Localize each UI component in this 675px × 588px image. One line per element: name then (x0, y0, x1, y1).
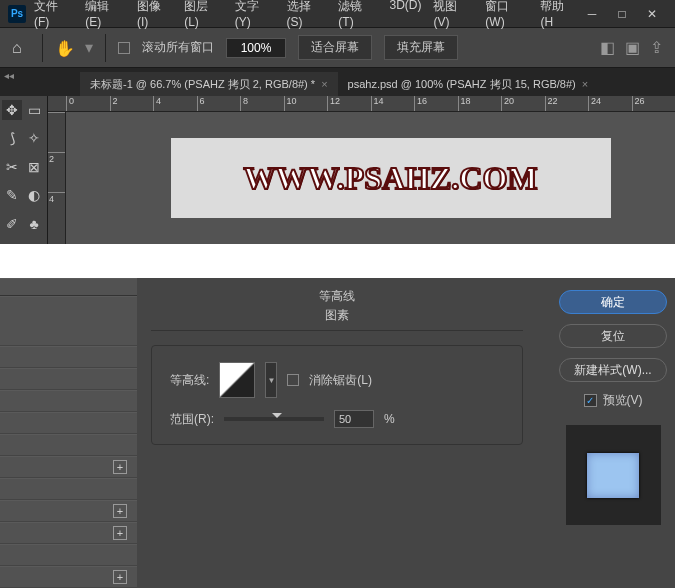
contour-dropdown-icon[interactable]: ▼ (265, 362, 277, 398)
lasso-tool-icon[interactable]: ⟆ (2, 128, 22, 148)
artboard: WWW.PSAHZ.COM (171, 138, 611, 218)
frame-tool-icon[interactable]: ⊠ (24, 157, 44, 177)
scroll-all-label: 滚动所有窗口 (142, 39, 214, 56)
add-icon[interactable]: + (113, 570, 127, 584)
preview-label: 预览(V) (603, 392, 643, 409)
list-item[interactable]: + (0, 500, 137, 522)
range-slider[interactable] (224, 417, 324, 421)
share-icon[interactable]: ⇪ (650, 38, 663, 57)
stamp-tool-icon[interactable]: ♣ (24, 214, 44, 234)
workspace: ✥ ▭ ⟆ ✧ ✂ ⊠ ✎ ◐ ✐ ♣ 0 2 4 6 8 10 12 14 1… (0, 96, 675, 244)
maximize-button[interactable]: □ (607, 4, 637, 24)
menu-type[interactable]: 文字(Y) (235, 0, 275, 29)
preview-swatch (587, 453, 639, 498)
list-item[interactable] (0, 296, 137, 346)
move-tool-icon[interactable]: ✥ (2, 100, 22, 120)
slider-thumb-icon[interactable] (272, 413, 282, 423)
tab-close-icon[interactable]: × (582, 78, 588, 90)
add-icon[interactable]: + (113, 504, 127, 518)
marquee-tool-icon[interactable]: ▭ (24, 100, 44, 120)
fit-screen-button[interactable]: 适合屏幕 (298, 35, 372, 60)
list-item[interactable] (0, 346, 137, 368)
menu-edit[interactable]: 编辑(E) (85, 0, 125, 29)
tab-close-icon[interactable]: × (321, 78, 327, 90)
menu-select[interactable]: 选择(S) (287, 0, 327, 29)
ruler-horizontal: 0 2 4 6 8 10 12 14 16 18 20 22 24 26 (48, 96, 675, 112)
list-item[interactable] (0, 412, 137, 434)
document-tabs: 未标题-1 @ 66.7% (PSAHZ 拷贝 2, RGB/8#) * × p… (0, 68, 675, 96)
style-preview (566, 425, 661, 525)
minimize-button[interactable]: ─ (577, 4, 607, 24)
menu-window[interactable]: 窗口(W) (485, 0, 528, 29)
ruler-vertical: 2 4 (48, 112, 66, 244)
close-button[interactable]: ✕ (637, 4, 667, 24)
fill-screen-button[interactable]: 填充屏幕 (384, 35, 458, 60)
healing-tool-icon[interactable]: ◐ (24, 185, 44, 205)
contour-label: 等高线: (170, 372, 209, 389)
menu-file[interactable]: 文件(F) (34, 0, 73, 29)
ok-button[interactable]: 确定 (559, 290, 667, 314)
zoom-input[interactable]: 100% (226, 38, 286, 58)
screen-mode-icon[interactable]: ▣ (625, 38, 640, 57)
add-icon[interactable]: + (113, 460, 127, 474)
dialog-buttons: 确定 复位 新建样式(W)... ✓ 预览(V) (557, 278, 675, 525)
options-bar: ⌂ ✋ ▾ 滚动所有窗口 100% 适合屏幕 填充屏幕 ◧ ▣ ⇪ (0, 28, 675, 68)
title-bar: Ps 文件(F) 编辑(E) 图像(I) 图层(L) 文字(Y) 选择(S) 滤… (0, 0, 675, 28)
settings-panel: 等高线 图素 等高线: ▼ 消除锯齿(L) 范围(R): % (137, 278, 537, 455)
ruler-area: 0 2 4 6 8 10 12 14 16 18 20 22 24 26 2 4 (48, 96, 675, 244)
anti-alias-checkbox[interactable] (287, 374, 299, 386)
menu-help[interactable]: 帮助(H (540, 0, 577, 29)
layer-style-dialog: + + + + 等高线 图素 等高线: ▼ 消除锯齿(L) 范围(R): % (0, 278, 675, 588)
wand-tool-icon[interactable]: ✧ (24, 128, 44, 148)
crop-tool-icon[interactable]: ✂ (2, 157, 22, 177)
list-item[interactable] (0, 368, 137, 390)
preview-checkbox[interactable]: ✓ (584, 394, 597, 407)
ps-logo: Ps (8, 5, 26, 23)
view-mode-icon[interactable]: ◧ (600, 38, 615, 57)
menu-filter[interactable]: 滤镜(T) (338, 0, 377, 29)
section-title: 等高线 (151, 288, 523, 305)
reset-button[interactable]: 复位 (559, 324, 667, 348)
list-item[interactable]: + (0, 566, 137, 588)
collapse-panel-icon[interactable]: ◂◂ (4, 70, 14, 81)
tab-untitled-1[interactable]: 未标题-1 @ 66.7% (PSAHZ 拷贝 2, RGB/8#) * × (80, 72, 338, 96)
list-item[interactable] (0, 278, 137, 296)
list-item[interactable] (0, 390, 137, 412)
list-item[interactable]: + (0, 456, 137, 478)
list-item[interactable] (0, 478, 137, 500)
tab-label: 未标题-1 @ 66.7% (PSAHZ 拷贝 2, RGB/8#) * (90, 77, 315, 92)
range-input[interactable] (334, 410, 374, 428)
menu-3d[interactable]: 3D(D) (389, 0, 421, 29)
tab-psahz[interactable]: psahz.psd @ 100% (PSAHZ 拷贝 15, RGB/8#) × (338, 72, 599, 96)
menu-view[interactable]: 视图(V) (433, 0, 473, 29)
list-item[interactable] (0, 434, 137, 456)
eyedropper-tool-icon[interactable]: ✎ (2, 185, 22, 205)
scroll-all-checkbox[interactable] (118, 42, 130, 54)
contour-preview[interactable] (219, 362, 255, 398)
menu-image[interactable]: 图像(I) (137, 0, 172, 29)
canvas[interactable]: WWW.PSAHZ.COM (66, 112, 675, 244)
tab-label: psahz.psd @ 100% (PSAHZ 拷贝 15, RGB/8#) (348, 77, 576, 92)
menu-bar: 文件(F) 编辑(E) 图像(I) 图层(L) 文字(Y) 选择(S) 滤镜(T… (34, 0, 577, 29)
brush-tool-icon[interactable]: ✐ (2, 214, 22, 234)
new-style-button[interactable]: 新建样式(W)... (559, 358, 667, 382)
anti-alias-label: 消除锯齿(L) (309, 372, 372, 389)
add-icon[interactable]: + (113, 526, 127, 540)
list-item[interactable] (0, 544, 137, 566)
canvas-text-layer[interactable]: WWW.PSAHZ.COM (244, 160, 538, 197)
hand-tool-icon[interactable]: ✋ (55, 39, 73, 57)
effects-list: + + + + (0, 278, 137, 588)
range-label: 范围(R): (170, 411, 214, 428)
tool-palette: ✥ ▭ ⟆ ✧ ✂ ⊠ ✎ ◐ ✐ ♣ (0, 96, 48, 244)
home-icon[interactable]: ⌂ (12, 39, 30, 57)
list-item[interactable]: + (0, 522, 137, 544)
range-unit: % (384, 412, 395, 426)
section-subtitle: 图素 (151, 307, 523, 331)
menu-layer[interactable]: 图层(L) (184, 0, 223, 29)
